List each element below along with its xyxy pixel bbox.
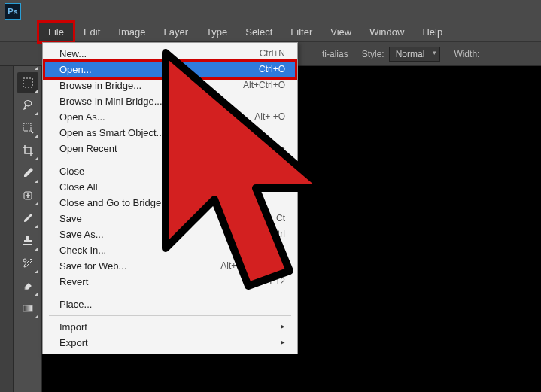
menu-shortcut: Ct (276, 213, 285, 224)
file-browse-mini-bridge[interactable]: Browse in Mini Bridge... (43, 93, 297, 109)
svg-rect-1 (23, 123, 31, 131)
file-close-all[interactable]: Close All (43, 179, 297, 195)
eraser-tool[interactable] (17, 275, 38, 296)
menu-edit[interactable]: Edit (74, 23, 109, 41)
menu-label: Save for Web... (59, 260, 126, 272)
file-menu-dropdown: New...Ctrl+N Open...Ctrl+O Browse in Bri… (42, 42, 298, 354)
submenu-arrow-icon: ▸ (281, 337, 285, 348)
menu-label: Open Recent (59, 143, 117, 154)
menu-label: Check In... (59, 245, 106, 256)
menu-separator (49, 160, 291, 160)
menu-label: Place... (59, 299, 92, 310)
menu-shortcut: Ctrl+N (260, 48, 285, 59)
menu-select[interactable]: Select (236, 23, 281, 41)
svg-rect-4 (23, 305, 32, 311)
file-save[interactable]: SaveCt (43, 211, 297, 226)
menu-label: Open As... (59, 111, 105, 123)
menu-window[interactable]: Window (360, 23, 413, 41)
file-place[interactable]: Place... (43, 296, 297, 312)
menu-label: Revert (59, 276, 88, 287)
file-check-in[interactable]: Check In... (43, 242, 297, 258)
file-open-smart-object[interactable]: Open as Smart Object... (43, 125, 297, 141)
marquee-tool[interactable] (17, 72, 38, 93)
menu-label: Browse in Mini Bridge... (59, 96, 163, 107)
menu-label: Import (59, 321, 87, 333)
menu-layer[interactable]: Layer (155, 23, 198, 41)
menu-label: Close and Go to Bridge... (59, 197, 169, 208)
file-close-go-bridge[interactable]: Close and Go to Bridge... (43, 195, 297, 211)
menubar: File Edit Image Layer Type Select Filter… (0, 23, 541, 42)
menu-label: Open... (59, 64, 92, 75)
brush-tool[interactable] (17, 208, 38, 229)
app-logo: Ps (5, 3, 21, 20)
menu-shortcut: Ctrl+O (259, 64, 285, 75)
style-label: Style: (362, 49, 384, 59)
submenu-arrow-icon: ▸ (281, 143, 285, 154)
file-revert[interactable]: RevertF12 (43, 274, 297, 290)
titlebar: Ps (0, 0, 541, 23)
menu-shortcut: F12 (269, 276, 285, 287)
style-dropdown[interactable]: Normal (389, 47, 441, 62)
antialias-label: ti-alias (322, 49, 348, 59)
file-open-recent[interactable]: Open Recent▸ (43, 141, 297, 156)
menu-label: Open as Smart Object... (59, 127, 164, 138)
menu-filter[interactable]: Filter (281, 23, 321, 41)
menu-label: Close All (59, 181, 98, 193)
eyedropper-tool[interactable] (17, 163, 38, 184)
history-brush-tool[interactable] (17, 253, 38, 274)
menu-label: Close (59, 166, 84, 177)
svg-point-3 (23, 259, 26, 262)
file-save-as[interactable]: Save As...ift+Ctrl (43, 226, 297, 242)
menu-view[interactable]: View (321, 23, 360, 41)
gradient-tool[interactable] (17, 298, 38, 319)
file-browse-bridge[interactable]: Browse in Bridge...Alt+Ctrl+O (43, 77, 297, 93)
menu-type[interactable]: Type (197, 23, 236, 41)
magic-wand-tool[interactable] (17, 117, 38, 138)
menu-label: New... (59, 48, 87, 59)
width-label: Width: (454, 49, 479, 59)
menu-shortcut: Alt+Shift+Ctrl+S (220, 260, 285, 272)
file-open[interactable]: Open...Ctrl+O (43, 59, 297, 80)
file-open-as[interactable]: Open As...Alt+ +O (43, 109, 297, 125)
file-save-for-web[interactable]: Save for Web...Alt+Shift+Ctrl+S (43, 258, 297, 274)
menu-shortcut: Alt+ +O (254, 111, 285, 123)
menu-label: Save As... (59, 229, 104, 240)
crop-tool[interactable] (17, 140, 38, 161)
menu-shortcut: ift+Ctrl (259, 229, 285, 240)
menu-label: Export (59, 337, 88, 348)
toolbar (14, 44, 42, 392)
healing-brush-tool[interactable] (17, 185, 38, 206)
menu-file[interactable]: File (37, 20, 75, 44)
menu-separator (49, 293, 291, 293)
submenu-arrow-icon: ▸ (281, 321, 285, 333)
file-close[interactable]: Close (43, 163, 297, 179)
lasso-tool[interactable] (17, 95, 38, 116)
file-import[interactable]: Import▸ (43, 319, 297, 335)
left-rail (0, 44, 14, 392)
file-export[interactable]: Export▸ (43, 335, 297, 351)
stamp-tool[interactable] (17, 230, 38, 251)
menu-label: Save (59, 213, 82, 224)
svg-rect-0 (23, 78, 32, 87)
menu-label: Browse in Bridge... (59, 80, 141, 91)
menu-separator (49, 315, 291, 316)
menu-image[interactable]: Image (109, 23, 154, 41)
menu-help[interactable]: Help (413, 23, 451, 41)
menu-shortcut: Alt+Ctrl+O (243, 80, 285, 91)
